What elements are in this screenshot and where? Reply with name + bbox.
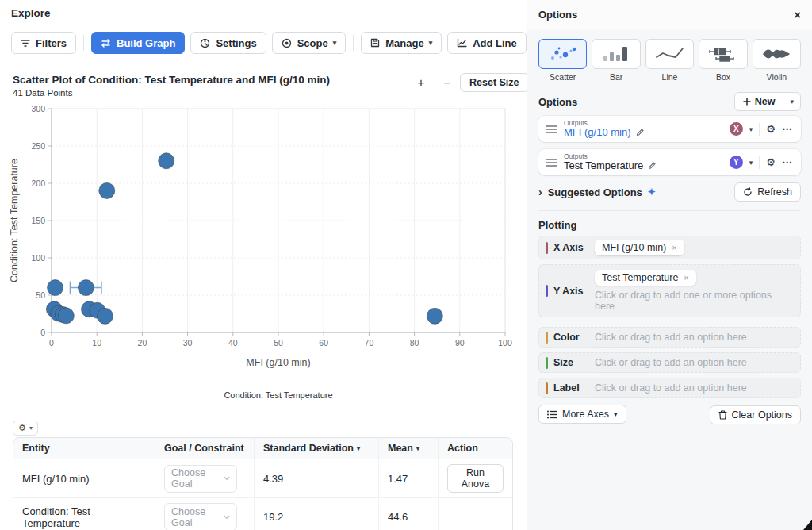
suggested-options-toggle[interactable]: › Suggested Options ✦	[538, 186, 656, 198]
cell-mean: 1.47	[378, 459, 438, 497]
choose-goal-placeholder: Choose Goal	[171, 467, 224, 490]
swap-arrows-icon	[101, 39, 111, 48]
gear-icon[interactable]: ⚙	[766, 156, 776, 168]
add-line-button[interactable]: Add Line	[447, 32, 527, 54]
chip-close-icon[interactable]: ×	[672, 243, 676, 252]
more-options-icon[interactable]: ⋯	[782, 123, 793, 135]
size-placeholder: Click or drag to add an option here	[595, 357, 747, 368]
caret-down-icon: ▾	[333, 39, 337, 47]
caret-down-icon[interactable]: ▾	[749, 159, 753, 167]
sort-caret-icon: ▾	[357, 445, 360, 452]
toolbar-divider-line	[0, 63, 527, 63]
run-anova-button[interactable]: Run Anova	[447, 464, 504, 493]
chart-title: Scatter Plot of Condition: Test Temperat…	[13, 74, 330, 86]
box-plot-icon	[707, 44, 740, 63]
drag-handle-icon[interactable]	[546, 159, 557, 167]
svg-text:250: 250	[31, 141, 45, 151]
cell-std: 19.2	[254, 498, 378, 530]
toolbar: Filters Build Graph Settings Scope ▾	[11, 32, 595, 54]
svg-text:300: 300	[31, 104, 45, 113]
close-icon[interactable]: ×	[794, 9, 801, 21]
table-row: Condition: Test Temperature Choose Goal …	[13, 498, 512, 530]
page-title: Explore	[11, 7, 51, 19]
drag-handle-icon[interactable]	[546, 125, 557, 133]
choose-goal-placeholder: Choose Goal	[171, 506, 224, 528]
options-panel: Options × Scatter	[527, 0, 812, 530]
manage-label: Manage	[385, 37, 423, 49]
edit-pencil-icon[interactable]	[636, 128, 645, 136]
chart-type-violin[interactable]: Violin	[753, 39, 801, 82]
divider	[759, 156, 760, 169]
y-axis-drop-row[interactable]: Y Axis Test Temperature × Click or drag …	[538, 264, 801, 317]
chart-type-line[interactable]: Line	[645, 39, 694, 82]
x-axis-drop-row[interactable]: X Axis MFI (g/10 min) ×	[538, 236, 801, 259]
chip-close-icon[interactable]: ×	[684, 273, 688, 282]
app-window: Explore Filters Build Graph Settings Sco	[0, 0, 812, 530]
zoom-out-button[interactable]: −	[439, 75, 455, 91]
chart-type-selector: Scatter Bar	[538, 39, 801, 82]
build-graph-button[interactable]: Build Graph	[91, 32, 185, 54]
zoom-in-button[interactable]: +	[413, 75, 429, 91]
size-label: Size	[553, 357, 595, 368]
svg-text:100: 100	[498, 338, 512, 348]
reset-size-button[interactable]: Reset Size	[460, 73, 529, 92]
manage-button[interactable]: Manage ▾	[361, 32, 442, 54]
new-option-caret-button[interactable]: ▾	[783, 93, 800, 110]
caret-down-icon[interactable]: ▾	[749, 125, 753, 133]
trash-icon	[718, 410, 727, 420]
svg-text:90: 90	[455, 338, 465, 348]
table-row: MFI (g/10 min) Choose Goal 4.39 1.47 Run…	[13, 459, 512, 498]
label-drop-row[interactable]: Label Click or drag to add an option her…	[538, 378, 801, 398]
chart-type-scatter[interactable]: Scatter	[538, 39, 587, 82]
svg-text:MFI (g/10 min): MFI (g/10 min)	[246, 357, 310, 368]
scope-button[interactable]: Scope ▾	[272, 32, 347, 54]
cell-entity: Condition: Test Temperature	[13, 498, 155, 530]
list-icon	[547, 410, 557, 419]
chip-label: Test Temperature	[602, 272, 678, 283]
cell-entity: MFI (g/10 min)	[13, 459, 155, 497]
more-options-icon[interactable]: ⋯	[782, 156, 793, 168]
y-axis-chip[interactable]: Test Temperature ×	[595, 270, 696, 286]
header-std-sort[interactable]: Standard Deviation ▾	[254, 438, 378, 459]
header-action: Action	[438, 438, 512, 459]
clear-options-label: Clear Options	[732, 409, 792, 421]
chart-type-bar[interactable]: Bar	[592, 39, 640, 82]
add-line-label: Add Line	[473, 37, 517, 49]
output-card-mfi: Outputs MFI (g/10 min) X ▾ ⚙ ⋯	[538, 116, 801, 142]
chart-type-box[interactable]: Box	[699, 39, 747, 82]
line-chart-icon	[457, 38, 467, 48]
caret-down-icon: ▾	[790, 98, 794, 106]
refresh-icon	[743, 187, 753, 197]
settings-button[interactable]: Settings	[190, 32, 266, 54]
svg-text:30: 30	[183, 338, 193, 348]
edit-pencil-icon[interactable]	[648, 161, 657, 170]
new-option-split-button: New ▾	[734, 92, 801, 111]
x-axis-accent-bar	[546, 242, 548, 254]
svg-text:Condition: Test Temperature: Condition: Test Temperature	[9, 159, 20, 282]
filters-button[interactable]: Filters	[11, 32, 76, 54]
size-drop-row[interactable]: Size Click or drag to add an option here	[538, 352, 801, 373]
options-panel-header: Options ×	[527, 0, 812, 29]
gear-icon[interactable]: ⚙	[766, 123, 776, 135]
chart-type-label: Box	[699, 72, 747, 82]
more-axes-button[interactable]: More Axes ▾	[538, 405, 626, 424]
color-drop-row[interactable]: Color Click or drag to add an option her…	[538, 327, 801, 348]
refresh-button[interactable]: Refresh	[734, 182, 801, 202]
scatter-plot-svg: 0102030405060708090100050100150200250300…	[0, 102, 527, 371]
header-mean-sort[interactable]: Mean ▾	[378, 438, 438, 459]
choose-goal-select[interactable]: Choose Goal	[164, 465, 237, 493]
new-option-button[interactable]: New	[735, 93, 783, 110]
scatter-plot: 0102030405060708090100050100150200250300…	[0, 102, 527, 371]
clear-options-button[interactable]: Clear Options	[710, 405, 801, 424]
cell-action-empty	[438, 498, 512, 530]
x-axis-chip[interactable]: MFI (g/10 min) ×	[595, 240, 684, 255]
output-name: MFI (g/10 min)	[564, 127, 631, 138]
choose-goal-select[interactable]: Choose Goal	[164, 503, 237, 530]
svg-text:200: 200	[31, 179, 45, 188]
svg-text:50: 50	[274, 338, 283, 348]
table-gear-dropdown-button[interactable]: ⚙ ▾	[13, 421, 38, 436]
svg-text:0: 0	[49, 338, 54, 348]
y-axis-placeholder: Click or drag to add one or more options…	[595, 290, 794, 312]
toolbar-divider	[83, 35, 84, 51]
svg-text:80: 80	[410, 338, 419, 348]
